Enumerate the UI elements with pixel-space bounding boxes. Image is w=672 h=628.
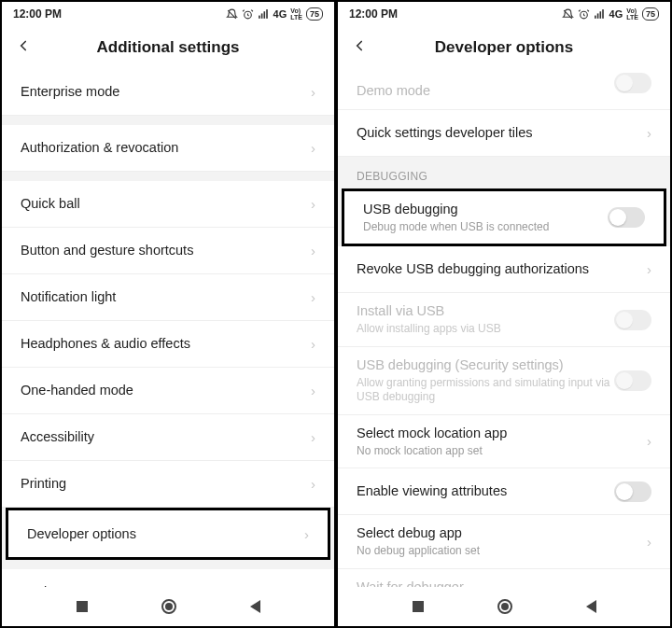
row-label: Install via USB [357,302,614,320]
chevron-right-icon: › [647,125,651,141]
row-button-gesture-shortcuts[interactable]: Button and gesture shortcuts › [2,228,334,274]
row-enterprise-mode[interactable]: Enterprise mode › [2,69,334,116]
row-sublabel: Allow granting permissions and simulatin… [357,376,614,405]
network-label: 4G [609,8,623,20]
settings-list[interactable]: Enterprise mode › Authorization & revoca… [2,69,334,587]
row-sublabel: Debug mode when USB is connected [363,220,608,235]
row-label: Headphones & audio effects [21,335,301,353]
phone-left-additional-settings: 12:00 PM 4G Vo)LTE 75 Additional setting… [0,0,336,628]
row-usb-debugging-security: USB debugging (Security settings) Allow … [338,347,670,415]
row-label: Authorization & revocation [21,139,301,157]
nav-home-button[interactable] [161,599,176,614]
chevron-right-icon: › [311,476,315,492]
row-select-mock-location[interactable]: Select mock location app No mock locatio… [338,415,670,468]
row-label: Select debug app [357,524,637,542]
row-label: USB debugging (Security settings) [357,356,614,374]
row-label: Printing [21,475,301,493]
chevron-right-icon: › [647,534,651,550]
highlight-usb-debugging: USB debugging Debug mode when USB is con… [342,188,666,246]
row-revoke-usb-auth[interactable]: Revoke USB debugging authorizations › [338,246,670,293]
row-label: Enable viewing attributes [357,482,614,500]
signal-icon [258,8,270,21]
svg-rect-3 [263,11,265,19]
row-demo-mode[interactable]: Demo mode [338,69,670,110]
row-label: Developer options [27,525,295,543]
row-sublabel: No debug application set [357,544,637,559]
dnd-icon [562,8,574,21]
row-label: Quick ball [21,195,301,213]
row-quick-settings-dev-tiles[interactable]: Quick settings developer tiles › [338,110,670,157]
nav-back-button[interactable] [250,600,260,613]
status-time: 12:00 PM [349,7,398,21]
svg-rect-8 [599,11,601,19]
row-label: USB debugging [363,201,608,218]
highlight-developer-options: Developer options › [6,508,330,560]
row-label: One-handed mode [21,382,301,399]
row-notification-light[interactable]: Notification light › [2,274,334,321]
network-label: 4G [273,8,287,20]
battery-indicator: 75 [642,7,659,21]
chevron-right-icon: › [311,383,315,398]
nav-home-button[interactable] [497,599,512,614]
row-sublabel: Allow installing apps via USB [357,322,614,337]
alarm-icon [578,8,590,21]
row-label: Wait for debugger [357,579,614,587]
nav-back-button[interactable] [586,600,596,613]
row-select-debug-app[interactable]: Select debug app No debug application se… [338,515,670,568]
svg-rect-7 [596,13,598,18]
battery-indicator: 75 [306,7,323,21]
row-printing[interactable]: Printing › [2,461,334,508]
row-quick-ball[interactable]: Quick ball › [2,181,334,228]
section-gap [2,172,334,181]
chevron-right-icon: › [311,336,315,352]
chevron-right-icon: › [311,84,315,100]
status-bar: 12:00 PM 4G Vo)LTE 75 [338,2,670,26]
back-button[interactable] [351,37,377,58]
row-wait-for-debugger: Wait for debugger Debugged application w… [338,569,670,587]
row-label: Select mock location app [357,425,637,442]
row-backup-reset[interactable]: Backup & reset › [2,569,334,587]
svg-rect-2 [260,13,262,18]
chevron-right-icon: › [311,289,315,305]
chevron-right-icon: › [311,429,315,445]
row-headphones-audio[interactable]: Headphones & audio effects › [2,321,334,368]
navigation-bar [338,587,670,626]
row-enable-viewing-attributes[interactable]: Enable viewing attributes [338,468,670,515]
chevron-right-icon: › [647,433,651,449]
row-label: Backup & reset [21,583,301,587]
row-one-handed-mode[interactable]: One-handed mode › [2,368,334,414]
status-bar: 12:00 PM 4G Vo)LTE 75 [2,2,334,26]
dnd-icon [226,8,238,21]
row-accessibility[interactable]: Accessibility › [2,414,334,461]
chevron-right-icon: › [311,243,315,258]
header: Developer options [338,26,670,69]
chevron-right-icon: › [311,584,315,587]
section-gap [2,560,334,569]
settings-list[interactable]: Demo mode Quick settings developer tiles… [338,69,670,587]
row-label: Demo mode [357,82,614,100]
chevron-right-icon: › [647,261,651,277]
toggle-switch[interactable] [614,73,651,93]
row-developer-options[interactable]: Developer options › [8,510,328,557]
row-authorization-revocation[interactable]: Authorization & revocation › [2,125,334,172]
nav-recent-button[interactable] [77,601,88,612]
back-button[interactable] [15,37,41,58]
chevron-right-icon: › [311,140,315,156]
toggle-switch[interactable] [614,481,651,502]
row-usb-debugging[interactable]: USB debugging Debug mode when USB is con… [344,191,664,244]
row-label: Button and gesture shortcuts [21,242,301,259]
toggle-switch[interactable] [608,207,645,228]
section-header-debugging: DEBUGGING [338,157,670,188]
signal-icon [594,8,606,21]
page-title: Developer options [377,38,631,57]
svg-rect-6 [595,15,596,18]
nav-recent-button[interactable] [413,601,424,612]
row-label: Revoke USB debugging authorizations [357,260,637,278]
status-time: 12:00 PM [13,7,62,21]
alarm-icon [242,8,254,21]
toggle-switch [614,370,651,391]
row-label: Quick settings developer tiles [357,124,637,142]
svg-rect-9 [602,9,604,19]
svg-rect-1 [259,15,260,18]
volte-label: Vo)LTE [626,7,638,21]
